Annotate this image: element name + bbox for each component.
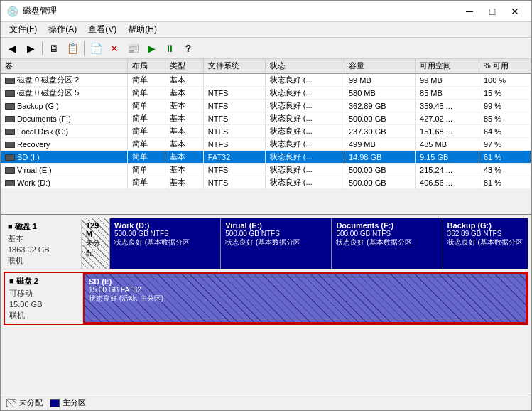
col-header-type[interactable]: 类型 [165,59,203,73]
toolbar: ◀ ▶ 🖥 📋 📄 ✕ 📰 ▶ ⏸ ? [1,38,531,59]
forward-button[interactable]: ▶ [22,40,39,57]
disk-1-row: ■ 磁盘 1 基本 1863.02 GB 联机 129 M 未分配 Work (… [4,218,528,269]
menu-help[interactable]: 帮助(H) [122,22,163,37]
col-header-free[interactable]: 可用空间 [416,59,479,73]
title-bar-left: 💿 磁盘管理 [6,5,57,17]
legend-bar: 未分配 主分区 [1,395,531,410]
disk-2-partitions: SD (I:) 15.00 GB FAT32 状态良好 (活动, 主分区) [83,273,527,324]
close-button[interactable]: ✕ [504,4,526,19]
legend-primary-label: 主分区 [63,397,86,408]
disk-2-status: 联机 [9,310,78,321]
disk-1-title: ■ 磁盘 1 [8,221,77,232]
menu-action[interactable]: 操作(A) [43,22,82,37]
disk-2-size: 15.00 GB [9,300,78,309]
back-button[interactable]: ◀ [4,40,21,57]
table-row[interactable]: 磁盘 0 磁盘分区 5简单基本NTFS状态良好 (...580 MB85 MB1… [1,87,531,100]
disk-2-part-sd[interactable]: SD (I:) 15.00 GB FAT32 状态良好 (活动, 主分区) [83,273,527,324]
table-row[interactable]: Documents (F:)简单基本NTFS状态良好 (...500.00 GB… [1,112,531,125]
disk-1-status: 联机 [8,255,77,266]
disk-row-icon [5,90,15,97]
table-area: 卷 布局 类型 文件系统 状态 容量 可用空间 % 可用 磁盘 0 磁盘分区 2… [1,59,531,215]
partition-button[interactable]: 📋 [64,40,81,57]
disk-row-icon [5,129,15,135]
legend-unalloc-label: 未分配 [19,397,43,408]
disk-view: ■ 磁盘 1 基本 1863.02 GB 联机 129 M 未分配 Work (… [1,215,531,395]
col-header-capacity[interactable]: 容量 [344,59,415,73]
menu-bar: 文件(F) 操作(A) 查看(V) 帮助(H) [1,22,531,38]
app-icon: 💿 [6,6,18,17]
col-header-layout[interactable]: 布局 [127,59,165,73]
green2-button[interactable]: ⏸ [161,40,178,57]
disk-1-part-unalloc[interactable]: 129 M 未分配 [82,218,110,269]
table-row[interactable]: Backup (G:)简单基本NTFS状态良好 (...362.89 GB359… [1,100,531,112]
table-row[interactable]: SD (I:)简单基本FAT32状态良好 (...14.98 GB9.15 GB… [1,151,531,164]
disk-2-title: ■ 磁盘 2 [9,276,78,287]
disk-row-icon [5,167,15,174]
disk-table: 卷 布局 类型 文件系统 状态 容量 可用空间 % 可用 磁盘 0 磁盘分区 2… [1,59,531,189]
disk-1-type: 基本 [8,233,77,244]
disk-row-icon [5,154,15,161]
table-row[interactable]: Virual (E:)简单基本NTFS状态良好 (...500.00 GB215… [1,164,531,176]
disk-1-size: 1863.02 GB [8,245,77,254]
legend-primary: 主分区 [50,397,86,408]
col-header-name[interactable]: 卷 [1,59,127,73]
legend-primary-icon [50,399,60,407]
table-row[interactable]: 磁盘 0 磁盘分区 2简单基本状态良好 (...99 MB99 MB100 % [1,73,531,87]
disk-1-part-virual[interactable]: Virual (E:) 500.00 GB NTFS 状态良好 (基本数据分区 [221,218,332,269]
content-area: 卷 布局 类型 文件系统 状态 容量 可用空间 % 可用 磁盘 0 磁盘分区 2… [1,59,531,410]
minimize-button[interactable]: ─ [459,4,480,19]
disk-row-icon [5,78,15,84]
menu-file[interactable]: 文件(F) [4,22,43,37]
table-row[interactable]: Work (D:)简单基本NTFS状态良好 (...500.00 GB406.5… [1,176,531,189]
toolbar-separator-1 [42,41,43,55]
menu-view[interactable]: 查看(V) [82,22,122,37]
col-header-status[interactable]: 状态 [265,59,344,73]
col-header-fs[interactable]: 文件系统 [203,59,265,73]
maximize-button[interactable]: □ [482,4,503,19]
disk-1-label: ■ 磁盘 1 基本 1863.02 GB 联机 [4,218,82,269]
disk-row-icon [5,180,15,186]
delete-button[interactable]: ✕ [106,40,123,57]
title-buttons: ─ □ ✕ [459,4,526,19]
legend-unallocated: 未分配 [6,397,43,408]
disk-1-part-docs[interactable]: Documents (F:) 500.00 GB NTFS 状态良好 (基本数据… [332,218,443,269]
disk-1-part-work[interactable]: Work (D:) 500.00 GB NTFS 状态良好 (基本数据分区 [110,218,221,269]
disk-2-row: ■ 磁盘 2 可移动 15.00 GB 联机 SD (I:) 15.00 GB … [4,272,528,325]
toolbar-separator-2 [84,41,85,55]
main-window: 💿 磁盘管理 ─ □ ✕ 文件(F) 操作(A) 查看(V) 帮助(H) ◀ ▶… [0,0,532,411]
window-title: 磁盘管理 [23,5,57,17]
disk-info-button[interactable]: 🖥 [45,40,63,57]
format-button[interactable]: 📰 [124,40,141,57]
disk-row-icon [5,116,15,122]
disk-2-label: ■ 磁盘 2 可移动 15.00 GB 联机 [5,273,83,324]
disk-row-icon [5,103,15,110]
legend-unalloc-icon [6,399,16,407]
disk-2-type: 可移动 [9,288,78,299]
disk-1-part-backup[interactable]: Backup (G:) 362.89 GB NTFS 状态良好 (基本数据分区 [443,218,528,269]
table-row[interactable]: Local Disk (C:)简单基本NTFS状态良好 (...237.30 G… [1,125,531,138]
table-row[interactable]: Recovery简单基本NTFS状态良好 (...499 MB485 MB97 … [1,138,531,151]
disk-row-icon [5,142,15,148]
disk-1-partitions: 129 M 未分配 Work (D:) 500.00 GB NTFS 状态良好 … [82,218,528,269]
title-bar: 💿 磁盘管理 ─ □ ✕ [1,1,531,22]
help-button[interactable]: ? [180,40,197,57]
new-button[interactable]: 📄 [87,40,104,57]
green1-button[interactable]: ▶ [143,40,160,57]
col-header-pct[interactable]: % 可用 [479,59,531,73]
